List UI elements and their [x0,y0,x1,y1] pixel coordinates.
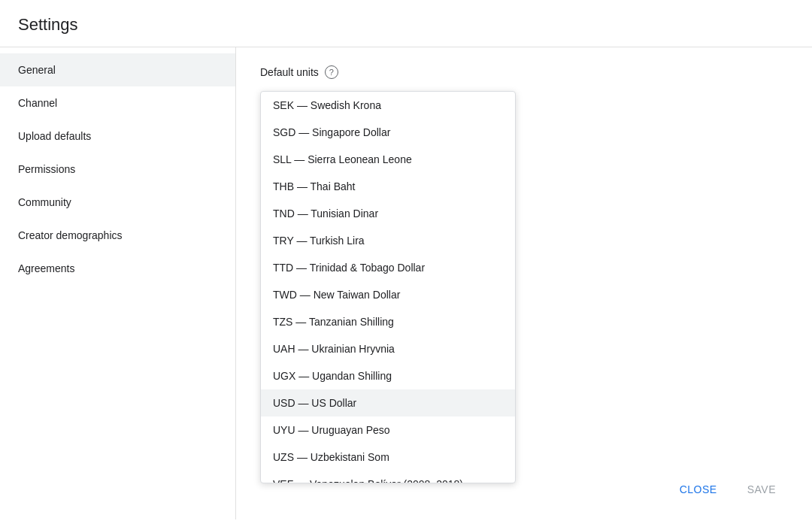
main-content: Default units ? SEK — Swedish KronaSGD —… [236,47,812,519]
currency-item[interactable]: SGD — Singapore Dollar [261,119,515,146]
currency-item[interactable]: TWD — New Taiwan Dollar [261,281,515,308]
sidebar-item-channel[interactable]: Channel [0,86,235,120]
sidebar-item-upload-defaults[interactable]: Upload defaults [0,120,235,153]
currency-item[interactable]: TRY — Turkish Lira [261,227,515,254]
currency-item[interactable]: SEK — Swedish Krona [261,92,515,119]
sidebar-item-agreements[interactable]: Agreements [0,252,235,285]
sidebar-item-creator-demographics[interactable]: Creator demographics [0,219,235,252]
sidebar-item-general[interactable]: General [0,53,235,86]
currency-item[interactable]: SLL — Sierra Leonean Leone [261,146,515,173]
help-icon-symbol: ? [329,68,334,77]
help-icon[interactable]: ? [325,65,338,79]
currency-item[interactable]: USD — US Dollar [261,389,515,416]
settings-header: Settings [0,0,812,47]
page-title: Settings [18,15,794,35]
currency-list: SEK — Swedish KronaSGD — Singapore Dolla… [261,92,515,483]
currency-item[interactable]: UZS — Uzbekistani Som [261,444,515,471]
currency-dropdown[interactable]: SEK — Swedish KronaSGD — Singapore Dolla… [260,91,516,483]
default-units-label: Default units [260,66,319,78]
currency-item[interactable]: VEF — Venezuelan Bolívar (2008–2018) [261,471,515,483]
sidebar-item-community[interactable]: Community [0,186,235,219]
currency-item[interactable]: TZS — Tanzanian Shilling [261,308,515,335]
currency-item[interactable]: UYU — Uruguayan Peso [261,416,515,444]
currency-item[interactable]: TTD — Trinidad & Tobago Dollar [261,254,515,281]
footer-buttons: CLOSE SAVE [668,477,788,501]
currency-item[interactable]: THB — Thai Baht [261,173,515,200]
sidebar-item-permissions[interactable]: Permissions [0,153,235,186]
settings-page: Settings GeneralChannelUpload defaultsPe… [0,0,812,519]
default-units-header: Default units ? [260,65,788,79]
close-button[interactable]: CLOSE [668,477,729,501]
currency-item[interactable]: TND — Tunisian Dinar [261,200,515,227]
currency-item[interactable]: UAH — Ukrainian Hryvnia [261,335,515,362]
save-button: SAVE [735,477,788,501]
sidebar: GeneralChannelUpload defaultsPermissions… [0,47,236,519]
currency-item[interactable]: UGX — Ugandan Shilling [261,362,515,389]
settings-body: GeneralChannelUpload defaultsPermissions… [0,47,812,519]
